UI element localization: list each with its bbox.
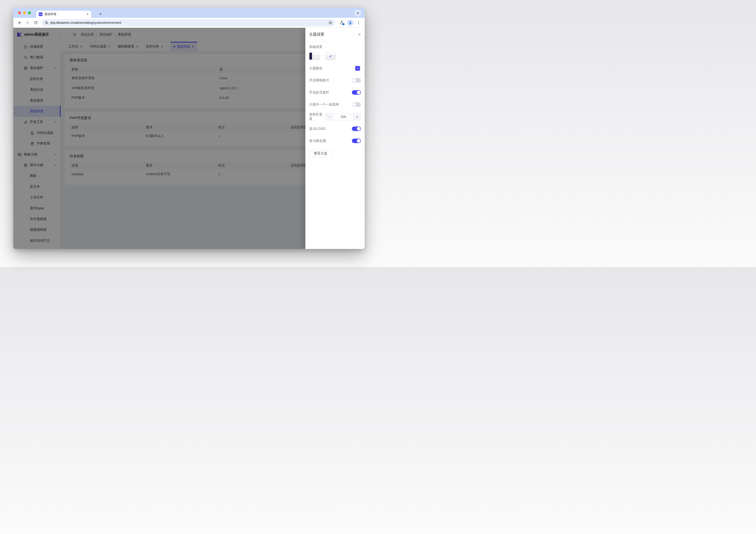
drawer-settings: 主题颜色开启黑暗模式开启多页签栏只展开一个一级菜单菜单栏宽度−200+显示LOG… — [309, 62, 361, 147]
decrease-button[interactable]: − — [326, 114, 333, 120]
minimize-window-button[interactable] — [23, 12, 26, 14]
notification-dot — [343, 23, 344, 25]
setting-label: 主题颜色 — [309, 66, 322, 70]
menu-width-stepper: −200+ — [326, 113, 361, 120]
back-icon — [17, 21, 22, 25]
browser-tab-strip: LA 系统环境 ✕ + — [13, 8, 365, 18]
browser-menu-icon[interactable] — [357, 21, 361, 25]
drawer-row-5: 显示LOGO — [309, 123, 361, 135]
browser-window: LA 系统环境 ✕ + php.likeadmin.cn/admin/setti… — [13, 8, 365, 249]
style-option-light-sidebar[interactable]: ✓ — [325, 52, 336, 60]
drawer-title: 主题设置 — [309, 32, 324, 37]
reset-theme-button[interactable]: 重置主题 — [309, 150, 332, 157]
bookmark-star-icon[interactable] — [328, 21, 333, 25]
drawer-body: 风格设置 ✓ 主题颜色开启黑暗模式开启多页签栏只展开一个一级菜单菜单栏宽度−20… — [305, 41, 365, 249]
color-swatch — [355, 66, 360, 71]
theme-drawer: 主题设置 ✕ 风格设置 ✓ 主题颜色开启黑暗模式开启多页签栏只展开一个一 — [305, 28, 365, 249]
new-tab-button[interactable]: + — [97, 11, 104, 17]
drawer-row-2: 开启多页签栏 — [309, 86, 361, 98]
browser-toolbar: php.likeadmin.cn/admin/setting/system/en… — [13, 18, 365, 28]
site-settings-icon — [45, 21, 48, 24]
close-window-button[interactable] — [18, 12, 21, 14]
setting-label: 菜单栏宽度 — [309, 113, 326, 121]
drawer-row-4: 菜单栏宽度−200+ — [309, 111, 361, 123]
setting-label: 开启黑暗模式 — [309, 78, 329, 83]
setting-label: 显示LOGO — [309, 127, 325, 131]
favicon: LA — [39, 12, 42, 16]
chevron-down-icon — [356, 67, 359, 69]
forward-icon — [25, 21, 30, 25]
browser-tab-title: 系统环境 — [44, 12, 85, 16]
setting-label: 开启多页签栏 — [309, 91, 329, 95]
style-options: ✓ — [309, 52, 361, 60]
toggle-on[interactable] — [352, 139, 361, 143]
increase-button[interactable]: + — [353, 114, 361, 120]
url-text[interactable]: php.likeadmin.cn/admin/setting/system/en… — [50, 21, 326, 24]
profile-avatar[interactable] — [347, 20, 353, 26]
drawer-row-6: 显示面包屑 — [309, 135, 361, 147]
toggle-off[interactable] — [352, 78, 361, 83]
theme-color-picker[interactable] — [354, 65, 361, 72]
browser-tab[interactable]: LA 系统环境 ✕ — [36, 11, 91, 18]
toggle-on[interactable] — [352, 90, 361, 95]
reload-button[interactable] — [32, 19, 39, 26]
tab-close-icon[interactable]: ✕ — [86, 13, 89, 16]
drawer-header: 主题设置 ✕ — [305, 28, 365, 41]
setting-label: 只展开一个一级菜单 — [309, 102, 339, 107]
person-icon — [349, 21, 352, 24]
window-controls — [18, 12, 31, 14]
chevron-down-icon — [356, 12, 359, 14]
back-button[interactable] — [16, 19, 23, 26]
drawer-row-0: 主题颜色 — [309, 62, 361, 74]
menu-width-input[interactable]: 200 — [333, 114, 353, 120]
selected-check-icon: ✓ — [326, 53, 336, 60]
drawer-row-1: 开启黑暗模式 — [309, 74, 361, 86]
toolbar-actions — [338, 20, 362, 26]
experiments-button[interactable] — [339, 21, 344, 25]
setting-label: 显示面包屑 — [309, 139, 326, 143]
reload-icon — [34, 21, 38, 25]
forward-button[interactable] — [24, 19, 31, 26]
omnibox[interactable]: php.likeadmin.cn/admin/setting/system/en… — [42, 19, 335, 26]
style-option-dark-sidebar[interactable] — [309, 52, 320, 60]
tab-search-button[interactable] — [355, 10, 361, 16]
toggle-off[interactable] — [352, 102, 361, 107]
page-viewport: admin系统演示 存储设置热门搜索系统维护定时任务系统日志系统缓存系统环境开发… — [13, 28, 365, 249]
drawer-row-3: 只展开一个一级菜单 — [309, 98, 361, 111]
style-settings-label: 风格设置 — [309, 45, 361, 49]
drawer-close-icon[interactable]: ✕ — [358, 33, 361, 37]
maximize-window-button[interactable] — [28, 12, 31, 14]
toggle-on[interactable] — [352, 126, 361, 131]
